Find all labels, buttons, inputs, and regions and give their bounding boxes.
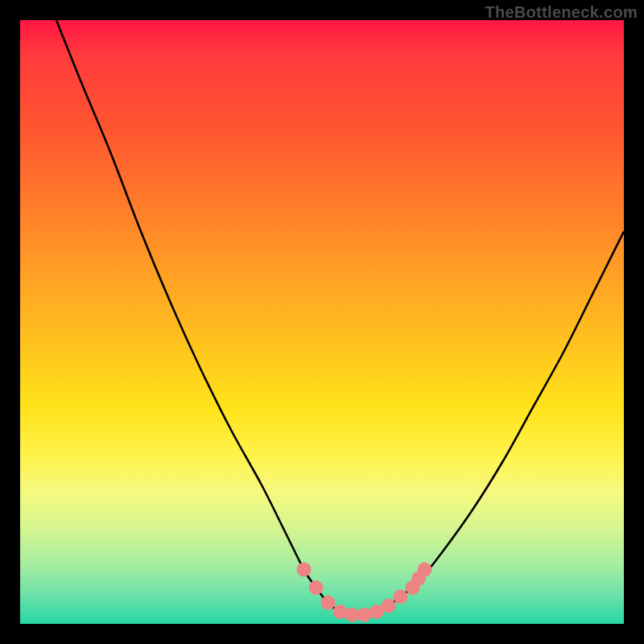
- curve-marker: [394, 589, 408, 604]
- bottleneck-curve-svg: [20, 20, 624, 624]
- curve-marker: [297, 563, 312, 577]
- curve-marker: [333, 605, 348, 619]
- curve-marker: [418, 563, 432, 577]
- bottleneck-curve-markers: [297, 563, 432, 622]
- curve-marker: [382, 599, 396, 613]
- curve-marker: [321, 596, 336, 610]
- chart-frame: TheBottleneck.com: [0, 0, 644, 644]
- curve-marker: [357, 608, 372, 622]
- bottleneck-curve-path: [56, 20, 624, 615]
- watermark-text: TheBottleneck.com: [485, 3, 638, 22]
- curve-marker: [309, 580, 324, 595]
